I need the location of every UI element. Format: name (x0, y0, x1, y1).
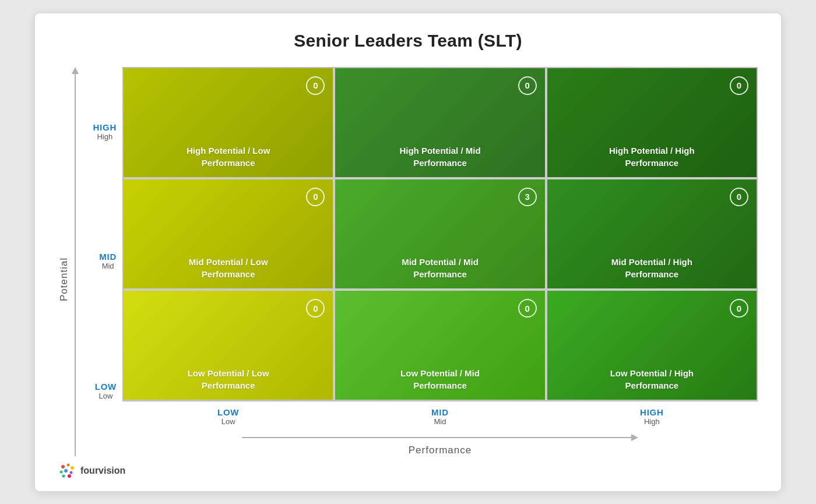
chart-area: Potential HIGH High MID Mid LOW Low (58, 67, 758, 456)
cell-hp-mp: 0High Potential / Mid Performance (335, 68, 544, 177)
x-arrowhead-icon (631, 434, 638, 441)
x-axis-label: Performance (409, 445, 472, 456)
y-tick-mid-main: MID (99, 252, 117, 262)
cell-badge-mp-mp: 3 (518, 188, 537, 206)
y-axis-container: Potential HIGH High MID Mid LOW Low (58, 67, 122, 456)
footer-logo: fourvision (58, 462, 758, 480)
x-arrow-line (242, 437, 631, 438)
svg-point-0 (61, 465, 65, 468)
y-axis-label: Potential (58, 67, 70, 456)
cell-lp-mp: 0Low Potential / Mid Performance (335, 291, 544, 400)
x-tick-low: LOWLow (124, 407, 333, 426)
x-tick-sub-2: High (644, 417, 660, 426)
y-tick-low-sub: Low (99, 392, 112, 400)
logo-text: fourvision (80, 466, 125, 476)
main-card: Senior Leaders Team (SLT) Potential HIGH… (35, 13, 781, 491)
svg-point-1 (67, 463, 70, 466)
svg-point-7 (68, 474, 71, 478)
cell-badge-lp-hp: 0 (730, 299, 748, 318)
x-arrow-row (242, 434, 638, 441)
svg-point-6 (62, 474, 65, 477)
cell-label-lp-hp: Low Potential / High Performance (555, 367, 748, 392)
y-tick-low-main: LOW (95, 382, 117, 392)
cell-label-mp-mp: Mid Potential / Mid Performance (343, 256, 536, 280)
cell-label-hp-hp: High Potential / High Performance (555, 144, 748, 169)
logo-text-bold: vision (99, 466, 125, 475)
fourvision-logo-icon (58, 462, 76, 480)
x-tick-mid: MIDMid (335, 407, 545, 426)
cell-mp-lp: 0Mid Potential / Low Performance (124, 179, 333, 288)
x-axis-bottom: Performance (122, 428, 758, 456)
nine-box-grid: 0High Potential / Low Performance0High P… (122, 67, 758, 401)
y-arrowhead-icon (72, 67, 79, 74)
cell-badge-hp-hp: 0 (730, 76, 748, 95)
y-tick-mid: MID Mid (99, 197, 117, 325)
cell-badge-mp-lp: 0 (306, 188, 325, 206)
cell-mp-mp: 3Mid Potential / Mid Performance (335, 179, 544, 288)
cell-lp-hp: 0Low Potential / High Performance (547, 291, 757, 400)
x-tick-high: HIGHHigh (547, 407, 757, 426)
svg-point-4 (64, 469, 68, 473)
cell-hp-lp: 0High Potential / Low Performance (124, 68, 333, 177)
grid-and-xaxis: 0High Potential / Low Performance0High P… (122, 67, 758, 456)
cell-badge-lp-mp: 0 (518, 299, 537, 318)
y-arrow-wrapper (70, 67, 80, 456)
cell-label-lp-mp: Low Potential / Mid Performance (343, 367, 536, 392)
y-tick-low: LOW Low (95, 327, 117, 455)
cell-hp-hp: 0High Potential / High Performance (547, 68, 757, 177)
cell-lp-lp: 0Low Potential / Low Performance (124, 291, 333, 400)
y-tick-high: HIGH High (93, 68, 117, 196)
y-tick-high-main: HIGH (93, 122, 117, 132)
cell-label-hp-lp: High Potential / Low Performance (132, 144, 325, 169)
chart-title: Senior Leaders Team (SLT) (294, 31, 522, 51)
x-tick-main-2: HIGH (640, 407, 664, 417)
cell-mp-hp: 0Mid Potential / High Performance (547, 179, 757, 288)
y-arrow-line (75, 74, 76, 456)
svg-point-2 (71, 466, 74, 470)
cell-label-hp-mp: High Potential / Mid Performance (343, 144, 536, 169)
x-tick-main-1: MID (431, 407, 449, 417)
cell-label-mp-lp: Mid Potential / Low Performance (132, 256, 325, 280)
y-tick-mid-sub: Mid (102, 262, 114, 270)
x-tick-sub-1: Mid (434, 417, 446, 426)
cell-badge-mp-hp: 0 (730, 188, 748, 206)
y-axis-ticks: HIGH High MID Mid LOW Low (80, 67, 121, 456)
svg-point-3 (60, 470, 63, 473)
svg-point-5 (70, 471, 73, 474)
cell-badge-hp-mp: 0 (518, 76, 537, 95)
cell-badge-hp-lp: 0 (306, 76, 325, 95)
logo-text-plain: four (80, 466, 99, 475)
cell-label-mp-hp: Mid Potential / High Performance (555, 256, 748, 280)
cell-badge-lp-lp: 0 (306, 299, 325, 318)
cell-label-lp-lp: Low Potential / Low Performance (132, 367, 325, 392)
x-tick-main-0: LOW (217, 407, 239, 417)
x-tick-sub-0: Low (221, 417, 235, 426)
x-axis-ticks: LOWLowMIDMidHIGHHigh (122, 401, 758, 426)
y-tick-high-sub: High (97, 132, 112, 141)
